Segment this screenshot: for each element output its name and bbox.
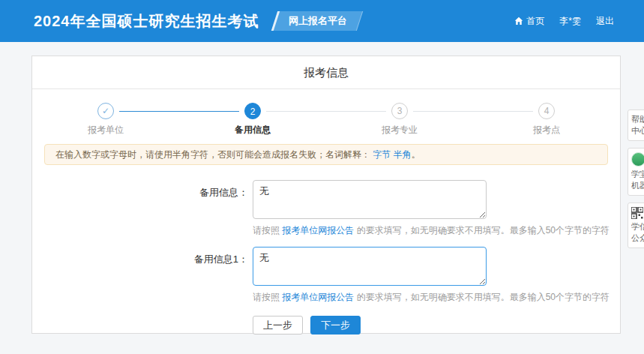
previous-step-button[interactable]: 上一步 (253, 316, 303, 334)
app-title: 2024年全国硕士研究生招生考试 (34, 11, 259, 32)
backup-info-label: 备用信息： (32, 180, 253, 237)
home-icon (514, 16, 523, 26)
stepper: ✓ 报考单位 2 备用信息 3 报考专业 4 报考点 (32, 89, 620, 144)
backup-info-hint: 请按照 报考单位网报公告 的要求填写，如无明确要求不用填写。最多输入50个字节的… (253, 224, 500, 237)
step-report-major: 3 报考专业 (326, 103, 473, 136)
wizard-buttons: 上一步 下一步 (253, 316, 620, 334)
floating-helpers: 帮助 中心 学宝 机器人 学信网 公众号 (628, 110, 644, 248)
robot-avatar-icon (631, 152, 644, 166)
unit-announcement-link[interactable]: 报考单位网报公告 (282, 292, 354, 302)
backup-info-form: 备用信息： 无 请按照 报考单位网报公告 的要求填写，如无明确要求不用填写。最多… (32, 180, 620, 334)
backup-info-1-hint: 请按照 报考单位网报公告 的要求填写，如无明确要求不用填写。最多输入50个字节的… (253, 291, 500, 304)
halfwidth-definition-link[interactable]: 半角 (394, 149, 412, 160)
header: 2024年全国硕士研究生招生考试 网上报名平台 首页 李*雯 退出 (0, 0, 644, 42)
byte-definition-link[interactable]: 字节 (373, 149, 391, 160)
step-backup-info: 2 备用信息 (179, 103, 326, 136)
step-number: 2 (244, 103, 261, 119)
step-number: 4 (538, 103, 555, 119)
qr-code-icon (631, 207, 643, 219)
nav-logout-link[interactable]: 退出 (596, 15, 614, 28)
step-done-check-icon: ✓ (97, 103, 114, 119)
official-account-qr-widget[interactable]: 学信网 公众号 (628, 202, 644, 248)
warning-text: 在输入数字或字母时，请使用半角字符，否则可能会造成报名失败；名词解释： (55, 149, 370, 160)
step-exam-site: 4 报考点 (473, 103, 620, 136)
form-row-backup-info: 备用信息： 无 请按照 报考单位网报公告 的要求填写，如无明确要求不用填写。最多… (32, 180, 620, 237)
help-center-widget[interactable]: 帮助 中心 (628, 110, 644, 141)
backup-info-1-label: 备用信息1： (32, 247, 253, 304)
robot-assistant-widget[interactable]: 学宝 机器人 (628, 148, 644, 196)
backup-info-1-textarea[interactable]: 无 (253, 247, 487, 286)
header-nav: 首页 李*雯 退出 (514, 15, 614, 28)
backup-info-textarea[interactable]: 无 (253, 180, 487, 219)
halfwidth-warning-banner: 在输入数字或字母时，请使用半角字符，否则可能会造成报名失败；名词解释： 字节 半… (44, 144, 608, 165)
platform-badge: 网上报名平台 (271, 11, 362, 31)
application-info-card: 报考信息 ✓ 报考单位 2 备用信息 3 报考专业 4 报考点 在输入数字或字母… (31, 56, 621, 334)
nav-home-link[interactable]: 首页 (514, 15, 544, 28)
page-title: 报考信息 (32, 56, 620, 89)
step-report-unit: ✓ 报考单位 (32, 103, 179, 136)
step-number: 3 (391, 103, 408, 119)
nav-user-link[interactable]: 李*雯 (559, 15, 581, 28)
unit-announcement-link[interactable]: 报考单位网报公告 (282, 225, 354, 236)
nav-home-label: 首页 (526, 15, 544, 28)
form-row-backup-info-1: 备用信息1： 无 请按照 报考单位网报公告 的要求填写，如无明确要求不用填写。最… (32, 247, 620, 304)
next-step-button[interactable]: 下一步 (310, 316, 361, 334)
